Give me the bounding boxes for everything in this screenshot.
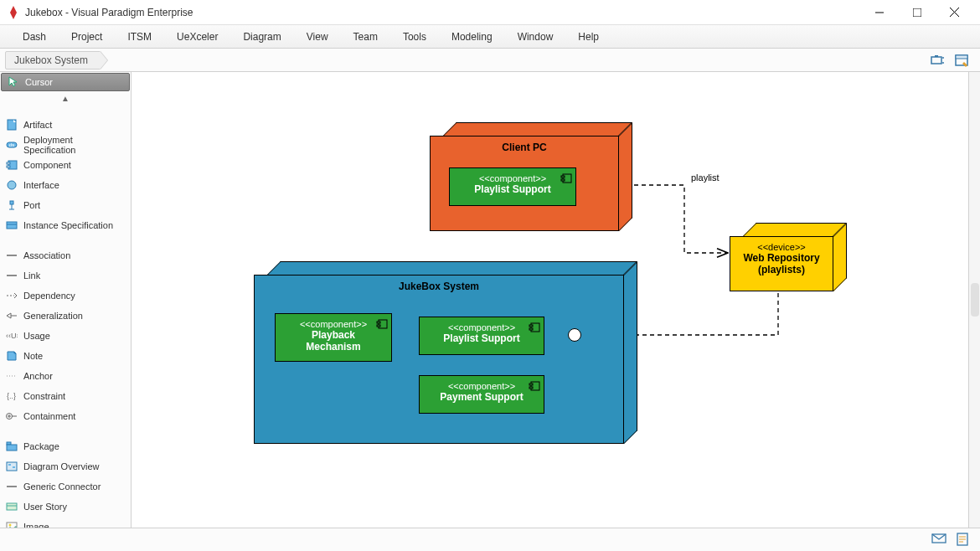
component-icon — [376, 317, 388, 332]
svg-rect-46 — [561, 179, 565, 181]
tool-usage[interactable]: ‹‹U››Usage — [0, 326, 131, 346]
tool-component[interactable]: Component — [0, 155, 131, 175]
component-icon — [529, 321, 540, 336]
menubar: Dash Project ITSM UeXceler Diagram View … — [0, 25, 980, 49]
menu-project[interactable]: Project — [59, 28, 115, 46]
svg-text:‹‹U››: ‹‹U›› — [6, 332, 18, 340]
statusbar — [0, 528, 980, 551]
menu-diagram[interactable]: Diagram — [230, 28, 293, 46]
tool-containment[interactable]: Containment — [0, 406, 131, 426]
package-icon — [5, 440, 18, 453]
svg-rect-49 — [377, 325, 380, 327]
tool-link[interactable]: Link — [0, 265, 131, 286]
close-button[interactable] — [936, 1, 973, 24]
svg-rect-15 — [7, 166, 10, 167]
svg-point-42 — [9, 524, 12, 527]
tool-dependency[interactable]: Dependency — [0, 286, 131, 306]
canvas-right-margin — [968, 72, 980, 528]
interface-playlist[interactable] — [568, 328, 581, 342]
component-icon — [5, 158, 18, 172]
maximize-button[interactable] — [898, 1, 936, 24]
menu-dash[interactable]: Dash — [10, 28, 59, 46]
tool-anchor[interactable]: Anchor — [0, 366, 131, 386]
tool-artifact[interactable]: Artifact — [0, 115, 131, 135]
component-playlist-support-client[interactable]: <<component>> Playlist Support — [449, 167, 576, 206]
main-area: Cursor ▲ Artifact dsDeployment Specifica… — [0, 72, 980, 528]
deployment-spec-icon: ds — [5, 138, 18, 152]
svg-rect-37 — [13, 466, 15, 468]
note-icon — [5, 349, 18, 363]
tool-cursor[interactable]: Cursor — [1, 73, 130, 91]
breadcrumb[interactable]: Jukebox System — [5, 51, 101, 70]
interface-icon — [5, 178, 18, 192]
tool-deployment-spec[interactable]: dsDeployment Specification — [0, 135, 131, 155]
svg-rect-17 — [10, 201, 13, 204]
tool-generalization[interactable]: Generalization — [0, 306, 131, 326]
breadcrumb-bar: Jukebox System — [0, 49, 980, 72]
node-web-repository[interactable]: <<device>> Web Repository (playlists) — [730, 223, 833, 291]
component-payment-support[interactable]: <<component>> Payment Support — [419, 375, 544, 414]
anchor-icon — [5, 369, 18, 383]
status-doc-icon[interactable] — [957, 533, 972, 548]
menu-window[interactable]: Window — [505, 28, 566, 46]
svg-point-7 — [942, 62, 944, 64]
svg-rect-39 — [7, 503, 17, 510]
tool-diagram-overview[interactable]: Diagram Overview — [0, 456, 131, 476]
svg-rect-35 — [7, 462, 17, 471]
svg-rect-4 — [931, 57, 941, 64]
tool-instance-spec[interactable]: Instance Specification — [0, 215, 131, 235]
image-icon — [5, 520, 18, 528]
association-icon — [5, 249, 18, 262]
tool-palette: Cursor ▲ Artifact dsDeployment Specifica… — [0, 72, 132, 528]
svg-rect-9 — [956, 55, 967, 59]
menu-help[interactable]: Help — [565, 28, 611, 46]
minimize-button[interactable] — [860, 1, 898, 24]
cursor-icon — [7, 75, 20, 89]
tool-association[interactable]: Association — [0, 245, 131, 265]
menu-team[interactable]: Team — [341, 28, 390, 46]
toolbar-icon-1[interactable] — [930, 52, 946, 69]
svg-rect-20 — [7, 222, 17, 229]
tool-note[interactable]: Note — [0, 346, 131, 366]
palette-collapse-up[interactable]: ▲ — [0, 92, 131, 105]
menu-uexceler[interactable]: UeXceler — [164, 28, 230, 46]
svg-point-6 — [942, 57, 944, 59]
status-mail-icon[interactable] — [931, 533, 946, 548]
node-client-pc-title: Client PC — [495, 136, 553, 158]
svg-rect-48 — [377, 322, 380, 323]
menu-modeling[interactable]: Modeling — [439, 28, 505, 46]
menu-view[interactable]: View — [294, 28, 341, 46]
dependency-icon — [5, 289, 18, 302]
generalization-icon — [5, 309, 18, 322]
component-playback-mechanism[interactable]: <<component>> Playback Mechanism — [275, 313, 392, 362]
tool-port[interactable]: Port — [0, 195, 131, 215]
svg-rect-52 — [529, 328, 533, 330]
tool-constraint[interactable]: {..}Constraint — [0, 386, 131, 406]
tool-package[interactable]: Package — [0, 436, 131, 456]
tool-user-story[interactable]: User Story — [0, 497, 131, 517]
usage-icon: ‹‹U›› — [5, 329, 18, 342]
titlebar: Jukebox - Visual Paradigm Enterprise — [0, 0, 980, 25]
component-icon — [529, 379, 540, 394]
canvas-margin-handle[interactable] — [971, 283, 979, 317]
artifact-icon — [5, 118, 18, 131]
node-jukebox-title: JukeBox System — [392, 276, 486, 297]
component-icon — [560, 172, 572, 187]
menu-tools[interactable]: Tools — [390, 28, 439, 46]
window-controls — [860, 1, 973, 24]
svg-text:{..}: {..} — [7, 392, 16, 400]
diagram-canvas[interactable]: playlist playlist Client PC <<component>… — [132, 72, 980, 528]
tool-image[interactable]: Image — [0, 517, 131, 528]
toolbar-icon-2[interactable] — [953, 52, 970, 69]
component-playlist-support-jukebox[interactable]: <<component>> Playlist Support — [419, 317, 544, 355]
svg-rect-14 — [7, 162, 10, 164]
constraint-icon: {..} — [5, 389, 18, 403]
menu-itsm[interactable]: ITSM — [115, 28, 164, 46]
app-logo-icon — [7, 6, 20, 19]
tool-interface[interactable]: Interface — [0, 175, 131, 195]
tool-generic-connector[interactable]: Generic Connector — [0, 476, 131, 497]
diagram-overview-icon — [5, 460, 18, 473]
connector-label-playlist-top: playlist — [691, 173, 720, 183]
port-icon — [5, 198, 18, 212]
breadcrumb-label: Jukebox System — [14, 54, 88, 66]
